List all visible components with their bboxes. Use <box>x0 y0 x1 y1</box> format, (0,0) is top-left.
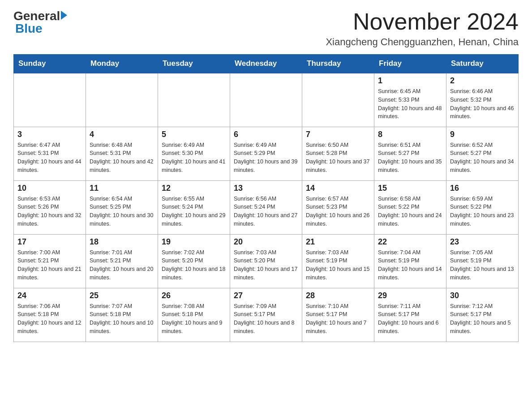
day-info: Sunrise: 7:01 AMSunset: 5:21 PMDaylight:… <box>90 248 154 282</box>
day-number: 1 <box>378 76 442 86</box>
day-info: Sunrise: 7:11 AMSunset: 5:17 PMDaylight:… <box>378 302 442 336</box>
calendar-cell: 3Sunrise: 6:47 AMSunset: 5:31 PMDaylight… <box>14 127 86 180</box>
logo: General Blue <box>13 9 67 36</box>
day-info: Sunrise: 6:57 AMSunset: 5:23 PMDaylight:… <box>306 195 370 228</box>
day-of-week-header: Sunday <box>14 55 86 73</box>
day-number: 18 <box>90 237 154 247</box>
day-number: 21 <box>306 237 370 247</box>
calendar-cell: 4Sunrise: 6:48 AMSunset: 5:31 PMDaylight… <box>86 127 158 180</box>
day-info: Sunrise: 7:05 AMSunset: 5:19 PMDaylight:… <box>450 248 515 282</box>
day-number: 16 <box>450 184 515 193</box>
day-info: Sunrise: 6:49 AMSunset: 5:29 PMDaylight:… <box>234 141 298 175</box>
logo-arrow-icon <box>61 11 67 20</box>
calendar-cell: 10Sunrise: 6:53 AMSunset: 5:26 PMDayligh… <box>14 180 86 234</box>
day-number: 7 <box>306 130 370 139</box>
day-number: 11 <box>90 184 154 193</box>
day-info: Sunrise: 6:59 AMSunset: 5:22 PMDaylight:… <box>450 195 515 228</box>
day-number: 30 <box>450 291 515 300</box>
day-info: Sunrise: 7:07 AMSunset: 5:18 PMDaylight:… <box>90 302 154 336</box>
day-info: Sunrise: 6:53 AMSunset: 5:26 PMDaylight:… <box>17 195 82 228</box>
day-info: Sunrise: 6:47 AMSunset: 5:31 PMDaylight:… <box>17 141 82 175</box>
calendar-cell: 18Sunrise: 7:01 AMSunset: 5:21 PMDayligh… <box>86 234 158 288</box>
day-number: 15 <box>378 184 442 193</box>
day-number: 26 <box>162 291 226 300</box>
calendar-cell: 12Sunrise: 6:55 AMSunset: 5:24 PMDayligh… <box>158 180 230 234</box>
day-info: Sunrise: 6:52 AMSunset: 5:27 PMDaylight:… <box>450 141 515 175</box>
day-info: Sunrise: 6:50 AMSunset: 5:28 PMDaylight:… <box>306 141 370 175</box>
calendar-cell: 30Sunrise: 7:12 AMSunset: 5:17 PMDayligh… <box>446 288 519 342</box>
calendar-cell: 17Sunrise: 7:00 AMSunset: 5:21 PMDayligh… <box>14 234 86 288</box>
calendar-cell: 14Sunrise: 6:57 AMSunset: 5:23 PMDayligh… <box>302 180 374 234</box>
day-of-week-header: Thursday <box>302 55 374 73</box>
day-info: Sunrise: 6:46 AMSunset: 5:32 PMDaylight:… <box>450 87 515 121</box>
day-number: 28 <box>306 291 370 300</box>
calendar-cell <box>158 73 230 127</box>
calendar-cell: 16Sunrise: 6:59 AMSunset: 5:22 PMDayligh… <box>446 180 519 234</box>
day-info: Sunrise: 7:06 AMSunset: 5:18 PMDaylight:… <box>17 302 82 336</box>
day-number: 6 <box>234 130 298 139</box>
day-number: 8 <box>378 130 442 139</box>
calendar-body: 1Sunrise: 6:45 AMSunset: 5:33 PMDaylight… <box>14 73 519 342</box>
day-number: 9 <box>450 130 515 139</box>
calendar-cell: 29Sunrise: 7:11 AMSunset: 5:17 PMDayligh… <box>374 288 446 342</box>
day-info: Sunrise: 6:48 AMSunset: 5:31 PMDaylight:… <box>90 141 154 175</box>
day-info: Sunrise: 7:03 AMSunset: 5:20 PMDaylight:… <box>234 248 298 282</box>
day-info: Sunrise: 7:03 AMSunset: 5:19 PMDaylight:… <box>306 248 370 282</box>
calendar-week-row: 10Sunrise: 6:53 AMSunset: 5:26 PMDayligh… <box>14 180 519 234</box>
day-number: 19 <box>162 237 226 247</box>
day-number: 23 <box>450 237 515 247</box>
calendar-cell: 21Sunrise: 7:03 AMSunset: 5:19 PMDayligh… <box>302 234 374 288</box>
calendar-cell: 9Sunrise: 6:52 AMSunset: 5:27 PMDaylight… <box>446 127 519 180</box>
day-number: 10 <box>17 184 82 193</box>
calendar-cell: 13Sunrise: 6:56 AMSunset: 5:24 PMDayligh… <box>230 180 302 234</box>
calendar-cell: 2Sunrise: 6:46 AMSunset: 5:32 PMDaylight… <box>446 73 519 127</box>
calendar-cell: 5Sunrise: 6:49 AMSunset: 5:30 PMDaylight… <box>158 127 230 180</box>
calendar-cell: 1Sunrise: 6:45 AMSunset: 5:33 PMDaylight… <box>374 73 446 127</box>
day-number: 5 <box>162 130 226 139</box>
day-number: 25 <box>90 291 154 300</box>
day-of-week-header: Monday <box>86 55 158 73</box>
day-number: 4 <box>90 130 154 139</box>
month-title: November 2024 <box>326 9 519 34</box>
day-number: 3 <box>17 130 82 139</box>
day-number: 20 <box>234 237 298 247</box>
calendar-table: SundayMondayTuesdayWednesdayThursdayFrid… <box>13 54 519 342</box>
calendar-cell: 19Sunrise: 7:02 AMSunset: 5:20 PMDayligh… <box>158 234 230 288</box>
day-of-week-header: Friday <box>374 55 446 73</box>
logo-blue-text: Blue <box>15 21 67 36</box>
day-number: 2 <box>450 76 515 86</box>
calendar-cell: 28Sunrise: 7:10 AMSunset: 5:17 PMDayligh… <box>302 288 374 342</box>
calendar-week-row: 1Sunrise: 6:45 AMSunset: 5:33 PMDaylight… <box>14 73 519 127</box>
day-of-week-header: Saturday <box>446 55 519 73</box>
day-info: Sunrise: 7:04 AMSunset: 5:19 PMDaylight:… <box>378 248 442 282</box>
calendar-cell: 27Sunrise: 7:09 AMSunset: 5:17 PMDayligh… <box>230 288 302 342</box>
day-info: Sunrise: 7:08 AMSunset: 5:18 PMDaylight:… <box>162 302 226 336</box>
calendar-cell <box>86 73 158 127</box>
calendar-cell: 24Sunrise: 7:06 AMSunset: 5:18 PMDayligh… <box>14 288 86 342</box>
day-number: 17 <box>17 237 82 247</box>
day-info: Sunrise: 7:10 AMSunset: 5:17 PMDaylight:… <box>306 302 370 336</box>
calendar-cell <box>14 73 86 127</box>
day-number: 13 <box>234 184 298 193</box>
day-info: Sunrise: 6:56 AMSunset: 5:24 PMDaylight:… <box>234 195 298 228</box>
day-info: Sunrise: 6:49 AMSunset: 5:30 PMDaylight:… <box>162 141 226 175</box>
calendar-week-row: 3Sunrise: 6:47 AMSunset: 5:31 PMDaylight… <box>14 127 519 180</box>
day-info: Sunrise: 6:55 AMSunset: 5:24 PMDaylight:… <box>162 195 226 228</box>
calendar-cell: 23Sunrise: 7:05 AMSunset: 5:19 PMDayligh… <box>446 234 519 288</box>
day-number: 29 <box>378 291 442 300</box>
calendar-header: SundayMondayTuesdayWednesdayThursdayFrid… <box>14 55 519 73</box>
calendar-cell: 7Sunrise: 6:50 AMSunset: 5:28 PMDaylight… <box>302 127 374 180</box>
calendar-cell: 25Sunrise: 7:07 AMSunset: 5:18 PMDayligh… <box>86 288 158 342</box>
calendar-cell <box>302 73 374 127</box>
location-title: Xiangcheng Chengguanzhen, Henan, China <box>326 36 519 48</box>
day-of-week-header: Wednesday <box>230 55 302 73</box>
day-info: Sunrise: 6:58 AMSunset: 5:22 PMDaylight:… <box>378 195 442 228</box>
calendar-week-row: 24Sunrise: 7:06 AMSunset: 5:18 PMDayligh… <box>14 288 519 342</box>
day-info: Sunrise: 7:09 AMSunset: 5:17 PMDaylight:… <box>234 302 298 336</box>
day-info: Sunrise: 7:12 AMSunset: 5:17 PMDaylight:… <box>450 302 515 336</box>
calendar-cell: 6Sunrise: 6:49 AMSunset: 5:29 PMDaylight… <box>230 127 302 180</box>
day-number: 14 <box>306 184 370 193</box>
day-number: 12 <box>162 184 226 193</box>
day-info: Sunrise: 6:54 AMSunset: 5:25 PMDaylight:… <box>90 195 154 228</box>
day-number: 22 <box>378 237 442 247</box>
